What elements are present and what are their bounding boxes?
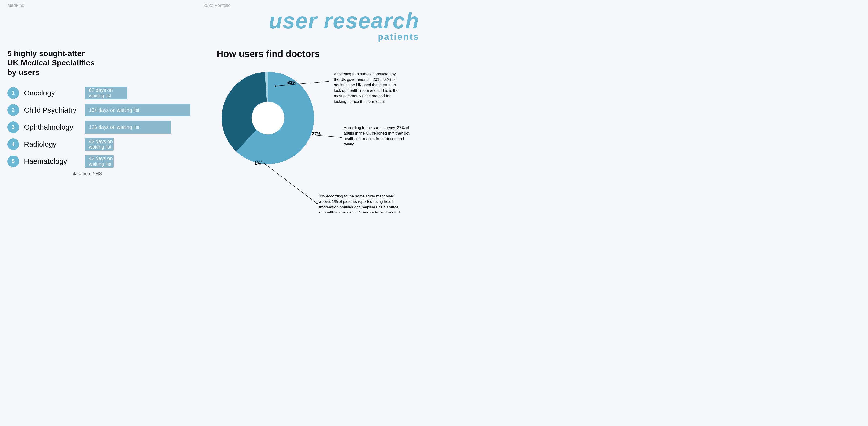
how-doctors-title: How users find doctors [217,49,427,59]
bar-2: 154 days on waiting list [85,104,190,117]
list-item: 1 Oncology 62 days on waiting list [7,87,217,99]
bar-container-4: 42 days on waiting list [85,138,217,151]
bar-container-1: 62 days on waiting list [85,87,217,99]
hero-main-title: user research [269,10,420,32]
left-section: 5 highly sought-afterUK Medical Speciali… [7,49,217,176]
data-source: data from NHS [73,171,217,176]
hero-title: user research patients [269,10,420,42]
speciality-name-1: Oncology [24,89,80,97]
list-item: 3 Ophthalmology 126 days on waiting list [7,121,217,134]
svg-line-4 [260,161,317,203]
bar-4: 42 days on waiting list [85,138,114,151]
bar-container-5: 42 days on waiting list [85,155,217,168]
speciality-name-3: Ophthalmology [24,123,80,131]
bar-1: 62 days on waiting list [85,87,127,99]
hero-sub-title: patients [269,32,420,42]
circle-num-5: 5 [7,156,19,167]
watermark-left: MedFind [7,3,24,8]
bar-container-2: 154 days on waiting list [85,104,217,117]
list-item: 2 Child Psychiatry 154 days on waiting l… [7,104,217,117]
pct-label-37: 37% [312,131,321,136]
annotation-1: 1% According to the same study mentioned… [319,194,402,213]
section-title: 5 highly sought-afterUK Medical Speciali… [7,49,217,77]
right-section: How users find doctors [217,49,427,213]
svg-line-0 [275,81,329,86]
speciality-name-2: Child Psychiatry [24,106,80,114]
svg-point-5 [316,203,317,204]
svg-point-3 [340,137,342,138]
circle-num-3: 3 [7,121,19,133]
bar-container-3: 126 days on waiting list [85,121,217,134]
circle-num-4: 4 [7,138,19,150]
annotation-37: According to the same survey, 37% of adu… [344,125,412,147]
annotation-1-text: 1% According to the same study mentioned… [319,194,402,213]
annotation-62-text: According to a survey conducted by the U… [334,71,402,104]
circle-num-1: 1 [7,87,19,99]
speciality-name-5: Haematology [24,157,80,166]
chart-area: According to a survey conducted by the U… [217,67,427,213]
annotation-62: According to a survey conducted by the U… [334,71,402,104]
list-item: 4 Radiology 42 days on waiting list [7,138,217,151]
specialities-list: 1 Oncology 62 days on waiting list 2 Chi… [7,87,217,168]
bar-3: 126 days on waiting list [85,121,171,134]
pct-label-1: 1% [254,161,261,166]
circle-num-2: 2 [7,104,19,116]
bar-5: 42 days on waiting list [85,155,114,168]
pct-label-62: 62% [287,80,296,85]
speciality-name-4: Radiology [24,140,80,149]
watermark-center: 2022 Portfolio [204,3,230,8]
svg-point-1 [275,86,276,87]
list-item: 5 Haematology 42 days on waiting list [7,155,217,168]
annotation-37-text: According to the same survey, 37% of adu… [344,125,412,147]
